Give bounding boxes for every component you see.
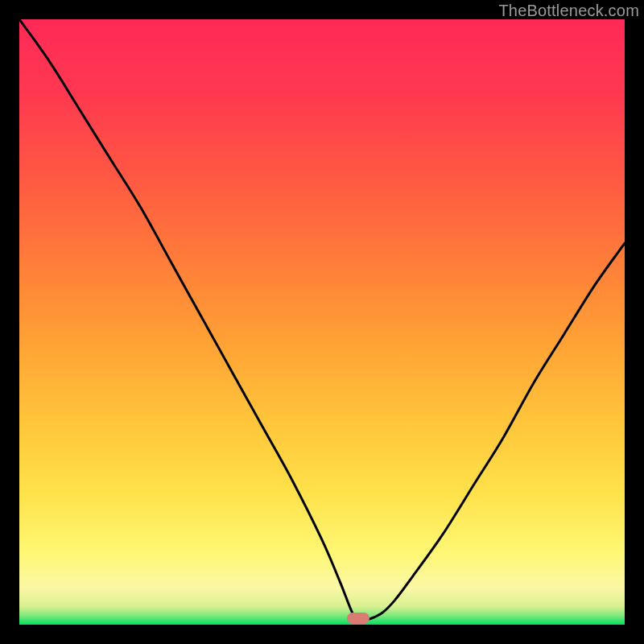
- bottleneck-curve: [19, 19, 625, 625]
- chart-frame: TheBottleneck.com: [0, 0, 644, 644]
- watermark-text: TheBottleneck.com: [498, 2, 639, 20]
- optimal-marker: [347, 613, 369, 624]
- plot-area: [19, 19, 625, 625]
